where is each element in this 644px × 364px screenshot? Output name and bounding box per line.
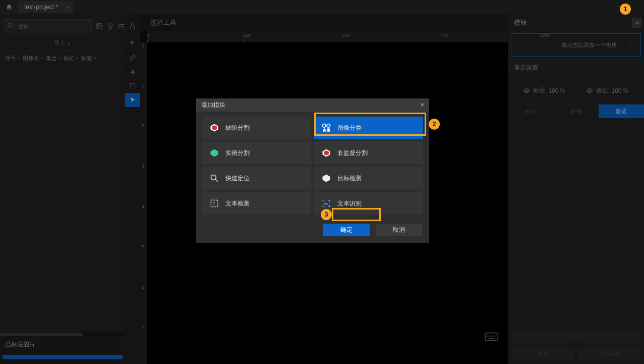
quick-loc-icon <box>209 173 219 183</box>
ok-button[interactable]: 确定 <box>323 224 370 236</box>
image-cls-icon: AB <box>321 123 331 133</box>
svg-point-29 <box>327 124 330 128</box>
option-quick-locate[interactable]: 快速定位 <box>202 167 311 189</box>
option-unsup-seg[interactable]: 非监督分割 <box>314 142 423 164</box>
svg-text:T: T <box>213 201 215 206</box>
callout-2: 2 <box>429 119 440 130</box>
svg-point-28 <box>323 124 326 128</box>
cancel-button[interactable]: 取消 <box>376 224 422 236</box>
option-instance-seg[interactable]: 实例分割 <box>202 142 311 164</box>
instance-seg-icon <box>209 148 219 158</box>
text-rec-icon: Aa <box>321 198 331 209</box>
svg-marker-37 <box>323 175 330 182</box>
callout-3: 3 <box>321 209 332 220</box>
defect-seg-icon <box>209 123 219 133</box>
svg-line-36 <box>215 179 218 182</box>
option-image-classification[interactable]: AB 图像分类 <box>314 117 423 139</box>
unsup-seg-icon <box>321 148 331 158</box>
svg-text:A: A <box>323 128 326 132</box>
dialog-title: 添加模块 <box>201 101 225 110</box>
option-text-detection[interactable]: T 文本检测 <box>202 192 311 215</box>
svg-text:Aa: Aa <box>324 201 329 206</box>
obj-det-icon <box>321 173 331 183</box>
callout-1: 1 <box>620 4 631 15</box>
close-icon[interactable]: × <box>421 101 424 109</box>
svg-marker-32 <box>211 149 218 157</box>
option-defect-seg[interactable]: 缺陷分割 <box>202 117 311 139</box>
text-det-icon: T <box>209 198 219 209</box>
option-object-detection[interactable]: 目标检测 <box>314 167 423 189</box>
add-module-dialog: 添加模块 × 缺陷分割 AB 图像分类 实例分割 非监督分割 快速定位 目标检测… <box>196 98 429 243</box>
svg-text:B: B <box>328 128 330 132</box>
